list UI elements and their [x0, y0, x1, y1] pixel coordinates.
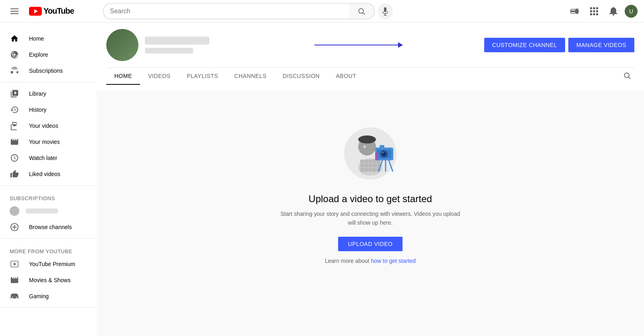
sidebar-item-watch-later[interactable]: Watch later	[0, 150, 97, 166]
svg-line-29	[629, 77, 631, 79]
sidebar-section-main: Home Explore Subscriptions	[0, 27, 97, 82]
sidebar-item-movies-shows[interactable]: Movies & Shows	[0, 272, 97, 288]
search-submit-button[interactable]	[349, 3, 375, 19]
tab-videos[interactable]: VIDEOS	[140, 68, 179, 85]
channel-top: CUSTOMIZE CHANNEL MANAGE VIDEOS	[106, 29, 634, 61]
upload-video-button[interactable]: UPLOAD VIDEO	[338, 237, 402, 251]
channel-info	[145, 37, 308, 53]
tab-channels[interactable]: CHANNELS	[226, 68, 275, 85]
svg-rect-14	[593, 7, 595, 9]
sidebar-section-library: Library History Your videos Your movies	[0, 82, 97, 186]
learn-more: Learn more about how to get started	[325, 258, 416, 264]
sidebar-item-explore[interactable]: Explore	[0, 47, 97, 63]
channel-arrow	[314, 44, 477, 46]
channel-actions: CUSTOMIZE CHANNEL MANAGE VIDEOS	[484, 38, 634, 52]
svg-rect-16	[590, 10, 592, 12]
subscriptions-section-title: SUBSCRIPTIONS	[0, 189, 97, 203]
sidebar-item-label-subscriptions: Subscriptions	[29, 68, 63, 74]
channel-name-placeholder	[145, 37, 209, 45]
upload-illustration-svg	[338, 119, 402, 184]
upload-subtitle: Start sharing your story and connecting …	[281, 209, 460, 227]
svg-point-48	[382, 152, 384, 153]
more-section-title: MORE FROM YOUTUBE	[0, 242, 97, 256]
upload-video-button[interactable]	[567, 3, 583, 19]
apps-button[interactable]	[586, 3, 602, 19]
svg-point-28	[624, 73, 629, 78]
svg-point-5	[359, 8, 363, 13]
upload-subtitle-text: Start sharing your story and connecting …	[281, 211, 460, 226]
sidebar-item-yt-premium[interactable]: YouTube Premium	[0, 256, 97, 272]
liked-videos-icon	[10, 169, 19, 179]
yt-premium-icon	[10, 259, 19, 269]
hamburger-icon	[10, 8, 19, 14]
apps-icon	[590, 7, 598, 15]
learn-more-prefix: Learn more about	[325, 258, 371, 264]
sidebar-item-label-your-movies: Your movies	[29, 139, 60, 145]
tab-discussion[interactable]: DISCUSSION	[275, 68, 328, 85]
header-center	[103, 3, 393, 19]
search-icon	[357, 7, 365, 15]
youtube-logo[interactable]: YouTube	[29, 6, 74, 16]
notifications-button[interactable]	[605, 3, 621, 19]
youtube-logo-text: YouTube	[43, 6, 74, 16]
sidebar-item-history[interactable]: History	[0, 102, 97, 118]
how-to-get-started-link[interactable]: how to get started	[371, 258, 416, 264]
svg-marker-27	[14, 262, 16, 265]
sidebar-section-subscriptions: SUBSCRIPTIONS Browse channels	[0, 186, 97, 239]
tab-search-button[interactable]	[620, 68, 634, 84]
upload-illustration	[338, 119, 402, 184]
sidebar-section-more: MORE FROM YOUTUBE YouTube Premium Movies…	[0, 239, 97, 308]
your-videos-icon	[10, 121, 19, 131]
svg-rect-15	[596, 7, 598, 9]
svg-rect-50	[375, 152, 378, 160]
watch-later-icon	[10, 153, 19, 163]
svg-rect-19	[590, 13, 592, 15]
sidebar-item-label-movies-shows: Movies & Shows	[29, 277, 70, 283]
upload-section: Upload a video to get started Start shar…	[97, 91, 644, 292]
channel-tabs: HOME VIDEOS PLAYLISTS CHANNELS DISCUSSIO…	[106, 68, 634, 85]
manage-videos-button[interactable]: MANAGE VIDEOS	[568, 38, 634, 52]
channel-stats-placeholder	[145, 48, 193, 53]
arrow-head	[398, 42, 403, 48]
sidebar-item-label-watch-later: Watch later	[29, 155, 57, 161]
header-left: YouTube	[6, 3, 103, 19]
voice-search-button[interactable]	[378, 3, 393, 19]
tab-playlists[interactable]: PLAYLISTS	[179, 68, 226, 85]
sidebar-item-liked-videos[interactable]: Liked videos	[0, 166, 97, 182]
channel-header: CUSTOMIZE CHANNEL MANAGE VIDEOS HOME VID…	[97, 23, 644, 91]
sidebar-item-label-your-videos: Your videos	[29, 123, 58, 129]
svg-point-42	[363, 145, 366, 148]
sidebar-item-home[interactable]: Home	[0, 31, 97, 47]
subscriptions-icon	[10, 66, 19, 76]
sidebar-item-label-history: History	[29, 107, 47, 113]
avatar[interactable]: U	[625, 5, 638, 18]
svg-rect-18	[596, 10, 598, 12]
sidebar: Home Explore Subscriptions Libr	[0, 23, 97, 336]
tab-about[interactable]: ABOUT	[328, 68, 364, 85]
upload-icon	[570, 8, 579, 14]
svg-rect-20	[593, 13, 595, 15]
svg-point-41	[358, 135, 376, 143]
sidebar-item-your-videos[interactable]: Your videos	[0, 118, 97, 134]
channel-avatar	[106, 29, 138, 61]
sidebar-item-subscriptions[interactable]: Subscriptions	[0, 63, 97, 79]
svg-rect-0	[10, 8, 19, 9]
sub-channel-avatar	[10, 206, 19, 216]
sidebar-item-library[interactable]: Library	[0, 86, 97, 102]
hamburger-menu-button[interactable]	[6, 3, 23, 19]
youtube-logo-icon	[29, 7, 42, 16]
sidebar-item-sub-channel[interactable]	[0, 203, 97, 219]
tab-home[interactable]: HOME	[106, 68, 140, 85]
sidebar-item-your-movies[interactable]: Your movies	[0, 134, 97, 150]
arrow-shaft	[314, 45, 398, 45]
layout: Home Explore Subscriptions Libr	[0, 23, 644, 336]
svg-rect-17	[593, 10, 595, 12]
browse-channels-icon	[10, 222, 19, 232]
tab-search-icon	[623, 72, 631, 80]
sidebar-item-browse-channels[interactable]: Browse channels	[0, 219, 97, 235]
sidebar-item-gaming[interactable]: Gaming	[0, 288, 97, 304]
explore-icon	[10, 50, 19, 59]
customize-channel-button[interactable]: CUSTOMIZE CHANNEL	[484, 38, 565, 52]
main-content: CUSTOMIZE CHANNEL MANAGE VIDEOS HOME VID…	[97, 23, 644, 336]
search-input[interactable]	[103, 3, 349, 19]
